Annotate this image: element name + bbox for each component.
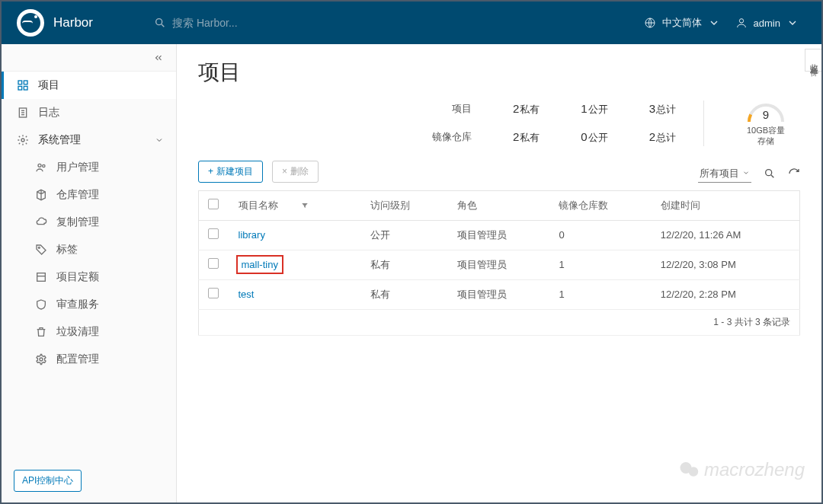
user-icon	[735, 17, 748, 29]
col-role[interactable]: 角色	[448, 190, 549, 220]
plus-icon: +	[208, 166, 213, 177]
svg-point-19	[766, 170, 772, 176]
top-header: Harbor 中文简体 admin	[2, 2, 821, 44]
cloud-sync-icon	[35, 216, 47, 228]
sidebar-item-label: 标签	[56, 243, 78, 257]
stats-row-label: 镜像仓库	[432, 130, 472, 145]
new-project-button[interactable]: + 新建项目	[198, 161, 263, 183]
project-link[interactable]: test	[239, 289, 255, 300]
sidebar-item-admin[interactable]: 系统管理	[2, 126, 176, 154]
double-chevron-left-icon	[153, 53, 164, 63]
tag-icon	[35, 244, 47, 256]
globe-icon	[644, 17, 656, 29]
chevron-down-icon	[786, 17, 799, 29]
sidebar-item-projects[interactable]: 项目	[2, 72, 176, 99]
logs-icon	[17, 107, 29, 119]
row-checkbox[interactable]	[208, 228, 219, 239]
sidebar-item-label: 垃圾清理	[56, 325, 99, 339]
search-box[interactable]	[154, 17, 444, 29]
sidebar-item-quotas[interactable]: 项目定额	[2, 263, 176, 291]
svg-rect-16	[37, 273, 46, 282]
table-row: library 公开 项目管理员 0 12/2/20, 11:26 AM	[199, 220, 800, 250]
search-icon[interactable]	[764, 167, 776, 180]
brand-area[interactable]: Harbor	[17, 9, 154, 37]
x-icon: ×	[282, 166, 287, 177]
page-title: 项目	[198, 58, 800, 87]
language-switcher[interactable]: 中文简体	[636, 16, 728, 30]
sidebar-item-label: 配置管理	[56, 352, 99, 366]
admin-icon	[17, 134, 29, 146]
sidebar-item-users[interactable]: 用户管理	[2, 154, 176, 181]
svg-rect-6	[18, 86, 22, 90]
project-link[interactable]: library	[239, 229, 265, 241]
search-icon	[154, 17, 166, 29]
svg-point-0	[156, 19, 162, 25]
sidebar-item-label: 日志	[38, 106, 59, 120]
svg-point-15	[38, 247, 40, 248]
col-repo-count[interactable]: 镜像仓库数	[549, 190, 651, 220]
svg-point-12	[21, 139, 24, 142]
table-row: mall-tiny 私有 项目管理员 1 12/2/20, 3:08 PM	[199, 250, 800, 279]
gear-icon	[35, 353, 47, 365]
sidebar-collapse-toggle[interactable]	[2, 44, 176, 72]
table-header-row: 项目名称 访问级别 角色 镜像仓库数 创建时间	[199, 190, 800, 220]
chevron-down-icon	[155, 136, 164, 145]
svg-point-13	[38, 164, 41, 167]
sidebar: 项目 日志 系统管理 用户管理 仓库管理 复制管理	[2, 44, 177, 502]
projects-icon	[17, 79, 29, 91]
api-control-button[interactable]: API控制中心	[14, 470, 82, 492]
harbor-logo-icon	[17, 9, 44, 37]
projects-table: 项目名称 访问级别 角色 镜像仓库数 创建时间 library 公开 项目管理员…	[198, 190, 800, 336]
sidebar-item-label: 项目定额	[56, 270, 99, 284]
col-name[interactable]: 项目名称	[229, 190, 362, 220]
row-checkbox[interactable]	[208, 288, 219, 298]
toolbar: + 新建项目 × 删除 所有项目	[198, 161, 800, 183]
table-row: test 私有 项目管理员 1 12/2/20, 2:28 PM	[199, 279, 800, 309]
sidebar-item-interrogation[interactable]: 审查服务	[2, 291, 176, 318]
sidebar-item-label: 复制管理	[56, 215, 99, 229]
col-created[interactable]: 创建时间	[652, 190, 800, 220]
svg-point-18	[40, 358, 43, 361]
user-label: admin	[754, 18, 780, 29]
statistics-panel: 项目 2私有 1公开 3总计 镜像仓库 2私有 0公开 2总计	[198, 100, 800, 147]
users-icon	[35, 161, 47, 174]
main-content: 项目 项目 2私有 1公开 3总计 镜像仓库 2私有 0公开 2总计	[177, 44, 821, 502]
sidebar-item-gc[interactable]: 垃圾清理	[2, 318, 176, 346]
sidebar-item-label: 系统管理	[38, 133, 81, 147]
sidebar-item-labels[interactable]: 标签	[2, 236, 176, 263]
col-access[interactable]: 访问级别	[361, 190, 448, 220]
refresh-icon[interactable]	[788, 167, 800, 180]
sidebar-item-label: 审查服务	[56, 298, 99, 311]
svg-line-1	[162, 24, 164, 27]
svg-rect-5	[24, 81, 27, 85]
project-link[interactable]: mall-tiny	[239, 257, 281, 272]
table-footer: 1 - 3 共计 3 条记录	[199, 309, 800, 335]
events-side-tab[interactable]: 收起事件	[805, 49, 821, 72]
project-filter-select[interactable]: 所有项目	[698, 165, 751, 183]
language-label: 中文简体	[662, 16, 702, 30]
trash-icon	[35, 326, 47, 338]
sidebar-item-label: 用户管理	[56, 161, 99, 174]
svg-rect-4	[18, 81, 22, 85]
shield-icon	[35, 298, 47, 311]
sidebar-item-logs[interactable]: 日志	[2, 99, 176, 126]
chevron-down-icon	[708, 17, 720, 29]
brand-text: Harbor	[53, 15, 93, 30]
sidebar-item-label: 项目	[38, 78, 59, 92]
svg-point-3	[739, 19, 743, 23]
stats-row-label: 项目	[432, 102, 472, 116]
divider	[703, 100, 704, 146]
sidebar-item-config[interactable]: 配置管理	[2, 346, 176, 373]
svg-rect-7	[24, 86, 27, 90]
user-menu[interactable]: admin	[728, 17, 806, 29]
sidebar-item-registries[interactable]: 仓库管理	[2, 181, 176, 209]
select-all-checkbox[interactable]	[208, 199, 219, 209]
row-checkbox[interactable]	[208, 258, 219, 269]
sidebar-item-replication[interactable]: 复制管理	[2, 209, 176, 236]
gauge-value: 9	[745, 108, 787, 121]
cube-icon	[35, 189, 47, 201]
delete-button[interactable]: × 删除	[272, 161, 319, 183]
search-input[interactable]	[172, 17, 401, 29]
filter-icon	[301, 202, 309, 209]
svg-line-20	[771, 175, 773, 177]
